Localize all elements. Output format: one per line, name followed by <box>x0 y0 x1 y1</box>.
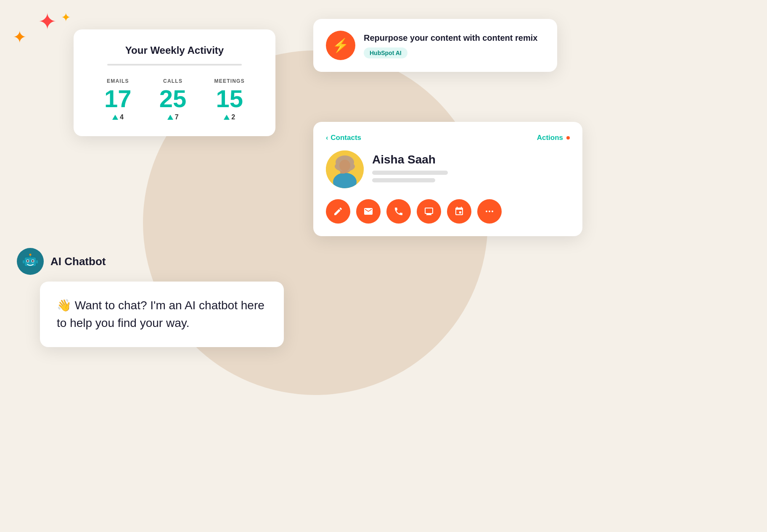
svg-point-14 <box>32 260 34 262</box>
robot-icon <box>22 253 39 270</box>
actions-label: Actions <box>537 134 563 142</box>
emails-number: 17 <box>104 87 132 111</box>
svg-point-9 <box>492 211 493 212</box>
sparkle-small-icon: ✦ <box>61 11 71 24</box>
chatbot-label: AI Chatbot <box>17 248 106 275</box>
remix-icon-circle: ⚡ <box>326 31 355 60</box>
contacts-card: ‹ Contacts Actions <box>313 122 582 236</box>
remix-badge: HubSpot AI <box>364 47 407 58</box>
call-button[interactable] <box>386 199 411 224</box>
bolt-icon: ⚡ <box>332 37 349 53</box>
calendar-button[interactable] <box>447 199 471 224</box>
contacts-back-label: Contacts <box>331 134 361 142</box>
meetings-label: MEETINGS <box>214 78 245 84</box>
contact-detail-line-1 <box>372 171 448 175</box>
svg-point-5 <box>339 160 350 171</box>
chat-text: Want to chat? I'm an AI chatbot here to … <box>57 299 264 329</box>
weekly-divider <box>107 64 242 66</box>
weekly-activity-card: Your Weekly Activity EMAILS 17 4 CALLS 2… <box>74 29 275 136</box>
contacts-back-button[interactable]: ‹ Contacts <box>326 134 361 142</box>
remix-content: Repurpose your content with content remi… <box>364 32 545 58</box>
svg-point-16 <box>29 254 32 256</box>
contacts-actions-button[interactable]: Actions <box>537 134 570 142</box>
more-button[interactable] <box>477 199 502 224</box>
meetings-up-icon <box>224 115 230 120</box>
emails-label: EMAILS <box>107 78 129 84</box>
actions-dot-icon <box>566 136 570 140</box>
contact-name: Aisha Saah <box>372 153 570 166</box>
svg-rect-17 <box>23 260 24 263</box>
chevron-left-icon: ‹ <box>326 134 328 142</box>
svg-point-8 <box>489 211 490 212</box>
remix-card: ⚡ Repurpose your content with content re… <box>313 19 557 72</box>
avatar-image <box>326 150 364 188</box>
calls-up-icon <box>167 115 173 120</box>
svg-rect-18 <box>36 260 38 263</box>
chat-card: 👋 Want to chat? I'm an AI chatbot here t… <box>40 282 284 347</box>
svg-point-13 <box>27 260 29 262</box>
svg-rect-6 <box>340 171 345 174</box>
avatar <box>326 150 364 188</box>
stat-emails: EMAILS 17 4 <box>104 78 132 121</box>
contact-details: Aisha Saah <box>372 153 570 186</box>
chatbot-title: AI Chatbot <box>50 255 106 268</box>
contacts-nav: ‹ Contacts Actions <box>326 134 570 142</box>
weekly-card-title: Your Weekly Activity <box>90 45 259 56</box>
emails-up-icon <box>112 115 118 120</box>
wave-emoji: 👋 <box>57 299 71 312</box>
calls-number: 25 <box>159 87 187 111</box>
chatbot-icon <box>17 248 44 275</box>
emails-change: 4 <box>112 113 124 121</box>
contact-info: Aisha Saah <box>326 150 570 188</box>
edit-button[interactable] <box>326 199 350 224</box>
chat-message: 👋 Want to chat? I'm an AI chatbot here t… <box>57 297 267 332</box>
sparkle-orange-icon: ✦ <box>13 27 27 47</box>
contact-actions-row <box>326 199 570 224</box>
sparkle-large-icon: ✦ <box>38 8 57 35</box>
weekly-stats: EMAILS 17 4 CALLS 25 7 MEETINGS 15 2 <box>90 78 259 121</box>
remix-title: Repurpose your content with content remi… <box>364 32 545 43</box>
calls-label: CALLS <box>163 78 182 84</box>
meetings-change: 2 <box>224 113 235 121</box>
svg-point-7 <box>486 211 487 212</box>
email-button[interactable] <box>356 199 381 224</box>
calls-change: 7 <box>167 113 179 121</box>
stat-meetings: MEETINGS 15 2 <box>214 78 245 121</box>
screen-button[interactable] <box>417 199 441 224</box>
stat-calls: CALLS 25 7 <box>159 78 187 121</box>
meetings-number: 15 <box>216 87 243 111</box>
contact-detail-line-2 <box>372 178 435 182</box>
